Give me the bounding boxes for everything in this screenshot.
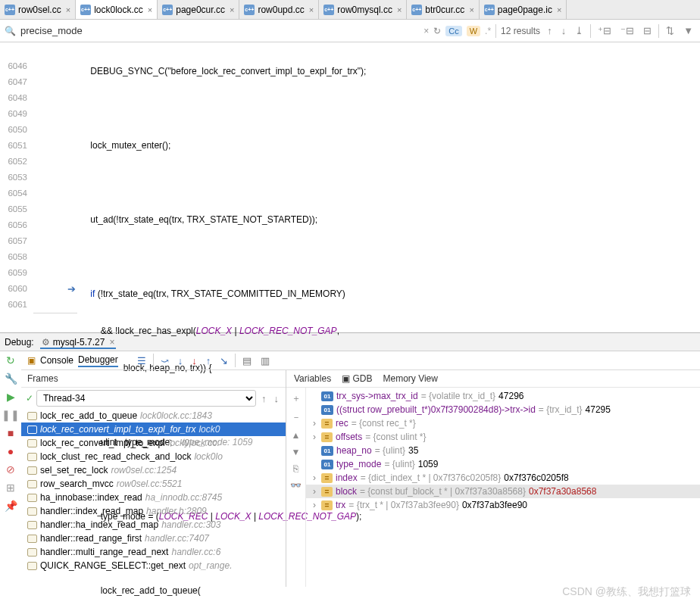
close-tab-icon[interactable]: × xyxy=(148,5,152,14)
find-bar: 🔍 × ↻ Cc W .* 12 results ↑ ↓ ⤓ ⁺⊟ ⁻⊟ ⊟ ⇅… xyxy=(0,20,700,42)
run-config[interactable]: ⚙mysql-5.7.27× xyxy=(40,335,117,349)
cpp-icon: c++ xyxy=(484,5,495,15)
cpp-icon: c++ xyxy=(411,5,422,15)
copy-icon[interactable]: ⎘ xyxy=(293,463,298,474)
frame-row[interactable]: QUICK_RANGE_SELECT::get_next opt_range. xyxy=(21,559,286,572)
file-tab[interactable]: c++row0upd.cc× xyxy=(239,0,319,19)
frame-row[interactable]: handler::read_range_first handler.cc:740… xyxy=(21,532,286,545)
force-step-into-icon[interactable]: ↓ xyxy=(189,355,199,366)
down-icon[interactable]: ▼ xyxy=(292,447,301,457)
debug-label: Debug: xyxy=(5,337,34,348)
select-all-icon[interactable]: ⊟ xyxy=(641,25,654,36)
up-icon[interactable]: ▲ xyxy=(292,430,301,441)
close-tab-icon[interactable]: × xyxy=(469,5,473,14)
tab-label: lock0lock.cc xyxy=(94,5,143,15)
variable-row[interactable]: ›= offsets = {const ulint *} xyxy=(306,430,700,444)
resume-icon[interactable]: ▶ xyxy=(7,391,15,403)
file-tab[interactable]: c++page0page.ic× xyxy=(480,0,567,19)
step-into-icon[interactable]: ↓ xyxy=(176,355,186,366)
variable-row[interactable]: ›= rec = {const rec_t *} xyxy=(306,416,700,430)
tab-console[interactable]: Console xyxy=(40,355,73,366)
step-over-icon[interactable]: ⤻ xyxy=(158,355,171,366)
file-tab[interactable]: c++lock0lock.cc× xyxy=(76,0,158,19)
add-selection-icon[interactable]: ⁺⊟ xyxy=(595,25,614,36)
cpp-icon: c++ xyxy=(5,5,15,15)
close-tab-icon[interactable]: × xyxy=(309,5,314,14)
glasses-icon[interactable]: 👓 xyxy=(290,480,302,491)
frame-row[interactable]: lock_clust_rec_read_check_and_lock lock0… xyxy=(21,450,286,463)
frame-row[interactable]: handler::multi_range_read_next handler.c… xyxy=(21,545,286,559)
open-in-find-icon[interactable]: ⤓ xyxy=(573,25,586,36)
file-tab[interactable]: c++row0sel.cc× xyxy=(0,0,76,19)
frame-row[interactable]: lock_rec_convert_impl_to_expl lock0lock.… xyxy=(21,436,286,450)
file-tab[interactable]: c++page0cur.cc× xyxy=(158,0,239,19)
evaluate-icon[interactable]: ▤ xyxy=(240,355,254,366)
variable-row[interactable]: 01 trx_sys->max_trx_id = {volatile trx_i… xyxy=(306,389,700,403)
regex-toggle[interactable]: .* xyxy=(485,26,491,36)
stop-icon[interactable]: ■ xyxy=(8,427,14,439)
rerun-icon[interactable]: ↻ xyxy=(6,354,15,366)
trace-icon[interactable]: ▥ xyxy=(258,355,272,366)
clear-icon[interactable]: × xyxy=(423,26,429,36)
variable-row[interactable]: ›= index = {dict_index_t * | 0x7f376c020… xyxy=(306,471,700,485)
object-icon: = xyxy=(321,419,333,429)
wrench-icon[interactable]: 🔧 xyxy=(5,373,17,385)
show-frames-icon[interactable]: ☰ xyxy=(135,355,148,366)
refresh-icon[interactable]: ↻ xyxy=(433,26,441,36)
variable-row[interactable]: 01 heap_no = {ulint} 35 xyxy=(306,444,700,457)
next-frame-icon[interactable]: ↓ xyxy=(272,393,282,404)
variables-title: Variables xyxy=(294,373,331,384)
file-tab[interactable]: c++row0mysql.cc× xyxy=(319,0,407,19)
debug-tabs: ▣ Console Debugger ☰ ⤻ ↓ ↓ ↑ ↘ ▤ ▥ xyxy=(21,351,700,369)
variable-row[interactable]: ›= block = {const buf_block_t * | 0x7f37… xyxy=(306,485,700,498)
chevron-icon[interactable]: › xyxy=(311,472,318,483)
settings-icon[interactable]: ⇅ xyxy=(664,25,677,36)
frame-row[interactable]: handler::ha_index_read_map handler.cc:30… xyxy=(21,518,286,532)
variable-row[interactable]: ›= trx = {trx_t * | 0x7f37ab3fee90} 0x7f… xyxy=(306,498,700,512)
run-to-cursor-icon[interactable]: ↘ xyxy=(217,355,230,366)
add-watch-icon[interactable]: ＋ xyxy=(292,392,301,405)
whole-word-toggle[interactable]: W xyxy=(467,26,480,36)
frame-row[interactable]: lock_rec_add_to_queue lock0lock.cc:1843 xyxy=(21,409,286,422)
remove-selection-icon[interactable]: ⁻⊟ xyxy=(618,25,636,36)
match-case-toggle[interactable]: Cc xyxy=(445,26,461,36)
layout-icon[interactable]: ⊞ xyxy=(6,482,15,494)
frame-icon xyxy=(27,507,37,516)
memory-view-label[interactable]: Memory View xyxy=(383,373,438,384)
tab-debugger[interactable]: Debugger xyxy=(78,354,118,367)
close-tab-icon[interactable]: × xyxy=(66,5,70,14)
line-numbers: 6046604760486049605060516052605360546055… xyxy=(0,42,33,332)
prev-frame-icon[interactable]: ↑ xyxy=(259,393,269,404)
close-config-icon[interactable]: × xyxy=(109,337,114,348)
chevron-icon[interactable]: › xyxy=(311,486,318,497)
file-tab[interactable]: c++btr0cur.cc× xyxy=(407,0,479,19)
prev-result-icon[interactable]: ↑ xyxy=(545,25,555,36)
frame-row[interactable]: lock_rec_convert_impl_to_expl_for_trx lo… xyxy=(21,422,286,436)
frame-row[interactable]: row_search_mvcc row0sel.cc:5521 xyxy=(21,477,286,491)
next-result-icon[interactable]: ↓ xyxy=(559,25,569,36)
close-tab-icon[interactable]: × xyxy=(557,5,561,14)
pause-icon[interactable]: ❚❚ xyxy=(2,409,20,421)
step-out-icon[interactable]: ↑ xyxy=(204,355,214,366)
close-tab-icon[interactable]: × xyxy=(397,5,402,14)
variable-row[interactable]: 01 ((struct row_prebuilt_t*)0x7f37900284… xyxy=(306,403,700,416)
gdb-label[interactable]: ▣ GDB xyxy=(342,373,372,384)
frame-row[interactable]: ha_innobase::index_read ha_innodb.cc:874… xyxy=(21,491,286,504)
chevron-icon[interactable]: › xyxy=(311,418,318,429)
breakpoints-icon[interactable]: ● xyxy=(8,445,14,457)
search-input[interactable] xyxy=(20,25,419,36)
code-area[interactable]: DEBUG_SYNC_C("before_lock_rec_convert_im… xyxy=(77,42,700,332)
thread-select[interactable]: Thread-34 xyxy=(36,390,256,407)
variable-row[interactable]: 01 type_mode = {ulint} 1059 xyxy=(306,457,700,471)
pin-icon[interactable]: 📌 xyxy=(5,500,17,512)
cpp-icon: c++ xyxy=(80,5,91,15)
mute-breakpoints-icon[interactable]: ⊘ xyxy=(6,463,15,475)
chevron-icon[interactable]: › xyxy=(311,500,318,510)
remove-watch-icon[interactable]: － xyxy=(292,411,301,424)
frame-row[interactable]: handler::index_read_map handler.h:2809 xyxy=(21,504,286,518)
filter-icon[interactable]: ▼ xyxy=(681,25,695,36)
frame-row[interactable]: sel_set_rec_lock row0sel.cc:1254 xyxy=(21,463,286,477)
close-tab-icon[interactable]: × xyxy=(230,5,234,14)
chevron-icon[interactable]: › xyxy=(311,432,318,442)
value-icon: 01 xyxy=(321,460,333,469)
